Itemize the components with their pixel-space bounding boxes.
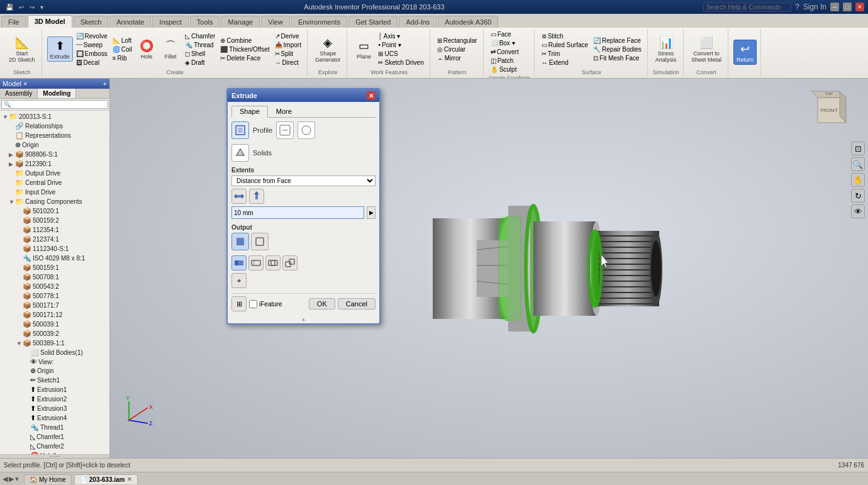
- tab-nav-next[interactable]: ▶: [9, 475, 14, 483]
- decal-button[interactable]: 🖼 Decal: [74, 59, 109, 67]
- tab-environments[interactable]: Environments: [291, 16, 347, 28]
- direction-pos-button[interactable]: [249, 189, 264, 204]
- mirror-button[interactable]: ⫠ Mirror: [435, 54, 479, 62]
- dialog-close-button[interactable]: ✕: [367, 91, 376, 100]
- sign-in-btn[interactable]: Sign In: [803, 3, 826, 11]
- tree-item-112354[interactable]: 📦 112354:1: [1, 225, 108, 235]
- tree-item-500159-1[interactable]: 📦 500159:1: [1, 263, 108, 272]
- combine-button[interactable]: ⊕ Combine: [218, 36, 271, 45]
- tree-item-908806[interactable]: ▶ 📦 908806-S:1: [1, 150, 108, 159]
- tab-annotate[interactable]: Annotate: [109, 16, 151, 28]
- tab-203-633-close[interactable]: ✕: [127, 476, 132, 482]
- tree-item-500543[interactable]: 📦 500543:2: [1, 282, 108, 291]
- tab-3d-model[interactable]: 3D Model: [28, 15, 72, 28]
- tree-item-500171-7[interactable]: 📦 500171:7: [1, 301, 108, 310]
- loft-button[interactable]: 📐 Loft: [111, 36, 134, 45]
- tree-item-input-drive[interactable]: 📁 Input Drive: [1, 187, 108, 197]
- browser-tab-modeling[interactable]: Modeling: [38, 89, 76, 98]
- convert-button[interactable]: ⇄ Convert: [489, 48, 521, 56]
- tree-item-212374[interactable]: 📦 212374:1: [1, 235, 108, 244]
- tree-item-212390[interactable]: ▶ 📦 212390:1: [1, 159, 108, 169]
- fillet-button[interactable]: ⌒ Fillet: [159, 37, 182, 62]
- stitch-button[interactable]: ⊚ Stitch: [540, 32, 590, 40]
- op-intersect-button[interactable]: [265, 255, 281, 270]
- ucs-button[interactable]: ⊞ UCS: [376, 50, 425, 58]
- derive-button[interactable]: ↗ Derive: [273, 32, 303, 40]
- split-button[interactable]: ✂ Split: [273, 50, 303, 58]
- thicken-button[interactable]: ⬛ Thicken/Offset: [218, 45, 271, 53]
- tab-nav-menu[interactable]: ▾: [15, 475, 19, 483]
- start-2d-sketch-button[interactable]: 📐 Start2D Sketch: [6, 34, 38, 65]
- tree-item-500708[interactable]: 📦 500708:1: [1, 272, 108, 282]
- ruled-surface-button[interactable]: ▭ Ruled Surface: [540, 41, 590, 49]
- dialog-ok-button[interactable]: OK: [309, 298, 335, 309]
- profile-button-2[interactable]: [276, 121, 294, 139]
- tree-item-500171-12[interactable]: 📦 500171:12: [1, 310, 108, 320]
- maximize-button[interactable]: □: [843, 3, 852, 11]
- redo-icon[interactable]: ↪: [28, 3, 36, 11]
- search-input[interactable]: [703, 3, 791, 12]
- op-cut-button[interactable]: [248, 255, 264, 270]
- tab-my-home[interactable]: 🏠 My Home: [24, 474, 72, 484]
- coil-button[interactable]: 🌀 Coil: [111, 45, 134, 53]
- stress-analysis-button[interactable]: 📊 StressAnalysis: [653, 34, 679, 65]
- emboss-button[interactable]: 🔲 Emboss: [74, 50, 109, 58]
- output-surface-button[interactable]: [251, 233, 269, 250]
- axis-button[interactable]: │ Axis ▾: [376, 32, 425, 40]
- dialog-tab-more[interactable]: More: [268, 106, 300, 117]
- solids-icon-button[interactable]: [231, 144, 249, 162]
- ifeature-checkbox[interactable]: [249, 300, 257, 308]
- thread-button[interactable]: 🔩 Thread: [183, 41, 217, 49]
- tree-item-501020[interactable]: 📦 501020:1: [1, 206, 108, 216]
- browser-search-input[interactable]: [1, 100, 108, 109]
- tree-item-extrusion1[interactable]: ⬆ Extrusion1: [1, 385, 108, 394]
- extents-type-select[interactable]: Distance from Face Distance To Next To T…: [231, 176, 376, 186]
- tab-view[interactable]: View: [261, 16, 290, 28]
- viewport[interactable]: X Y Z FRONT TOP ⊡ 🔍 ✋ ↻ 👁: [110, 79, 868, 458]
- tree-item-extrusion3[interactable]: ⬆ Extrusion3: [1, 404, 108, 413]
- repair-bodies-button[interactable]: 🔧 Repair Bodies: [591, 45, 643, 53]
- tab-tools[interactable]: Tools: [190, 16, 220, 28]
- tree-item-chamfer2[interactable]: ◺ Chamfer2: [1, 442, 108, 451]
- box-button[interactable]: ⬜ Box ▾: [489, 39, 521, 47]
- tree-item-500389[interactable]: ▼ 📦 500389-1:1: [1, 338, 108, 348]
- tree-item-500039-1[interactable]: 📦 500039:1: [1, 320, 108, 329]
- tree-item-origin2[interactable]: ⊕ Origin: [1, 366, 108, 376]
- op-join-button[interactable]: [231, 255, 247, 270]
- tab-get-started[interactable]: Get Started: [348, 16, 398, 28]
- rectangular-button[interactable]: ⊞ Rectangular: [435, 36, 479, 45]
- extents-more-button[interactable]: ▶: [367, 206, 376, 219]
- fit-mesh-face-button[interactable]: ⊡ Fit Mesh Face: [591, 54, 643, 62]
- tree-item-sketch1[interactable]: ✏ Sketch1: [1, 376, 108, 385]
- patch-button[interactable]: ◫ Patch: [489, 57, 521, 65]
- dialog-tab-shape[interactable]: Shape: [231, 106, 268, 118]
- tree-item-central-drive[interactable]: 📁 Central Drive: [1, 178, 108, 187]
- browser-resize-handle[interactable]: ───: [0, 454, 109, 458]
- tree-item-solid-bodies[interactable]: ⬜ Solid Bodies(1): [1, 348, 108, 357]
- circular-button[interactable]: ◎ Circular: [435, 45, 479, 53]
- tree-item-iso4029[interactable]: 🔩 ISO 4029 M8 x 8:1: [1, 254, 108, 263]
- extrude-button[interactable]: ⬆ Extrude: [47, 36, 73, 62]
- direction-sym-button[interactable]: [231, 189, 247, 204]
- tree-item-500159-2[interactable]: 📦 500159:2: [1, 216, 108, 225]
- undo-icon[interactable]: ↩: [17, 3, 26, 11]
- tree-item-500039-2[interactable]: 📦 500039:2: [1, 329, 108, 338]
- tab-nav-prev[interactable]: ◀: [3, 475, 8, 483]
- tree-item-extrusion4[interactable]: ⬆ Extrusion4: [1, 413, 108, 423]
- point-button[interactable]: • Point ▾: [376, 41, 425, 49]
- extents-value-input[interactable]: [231, 206, 364, 219]
- return-button[interactable]: ↩ Return: [733, 40, 757, 65]
- tree-item-500778[interactable]: 📦 500778:1: [1, 291, 108, 301]
- direct-button[interactable]: → Direct: [273, 59, 303, 67]
- profile-button-3[interactable]: [298, 121, 315, 139]
- help-icon[interactable]: ?: [795, 3, 799, 11]
- zoom-button[interactable]: 🔍: [851, 157, 865, 171]
- tab-203-633-iam[interactable]: 📄 203-633.iam ✕: [74, 474, 138, 484]
- plane-button[interactable]: ▭ Plane: [352, 37, 375, 62]
- delete-face-button[interactable]: ✂ Delete Face: [218, 54, 271, 62]
- dialog-cancel-button[interactable]: Cancel: [338, 298, 376, 309]
- minimize-button[interactable]: ─: [830, 3, 839, 11]
- trim-button[interactable]: ✂ Trim: [540, 50, 590, 58]
- tree-item-chamfer1[interactable]: ◺ Chamfer1: [1, 432, 108, 442]
- dialog-resize-handle[interactable]: [228, 315, 379, 323]
